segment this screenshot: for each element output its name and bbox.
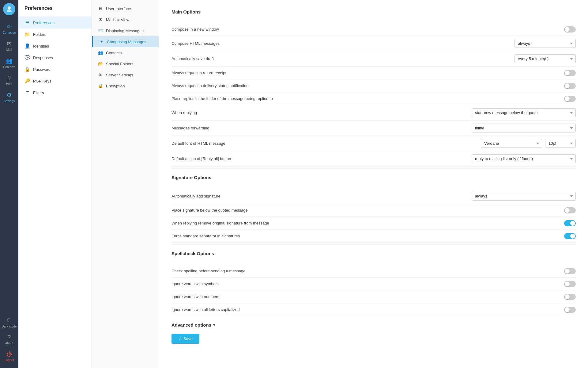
font-size-select[interactable]: 8pt 9pt 10pt 11pt 12pt 14pt 18pt bbox=[545, 139, 576, 148]
settings-icon: ⚙ bbox=[7, 92, 12, 98]
pref-item-identities[interactable]: 👤 Identities bbox=[18, 40, 92, 52]
preferences-list-icon: ☰ bbox=[24, 20, 30, 25]
auto-save-draft-select[interactable]: never every 1 minute(s) every 3 minute(s… bbox=[514, 54, 576, 63]
submenu-item-serversettings[interactable]: 🖧 Server Settings bbox=[92, 69, 159, 80]
preferences-header: Preferences bbox=[18, 0, 92, 17]
main-content: Main Options Compose in a new window Com… bbox=[159, 0, 588, 368]
ignore-symbols-toggle[interactable] bbox=[564, 281, 576, 287]
sig-below-quote-toggle[interactable] bbox=[564, 207, 576, 213]
messages-forwarding-control: inline as attachment bbox=[472, 124, 576, 132]
submenu-item-contacts[interactable]: 👥 Contacts bbox=[92, 47, 159, 58]
messages-forwarding-select[interactable]: inline as attachment bbox=[472, 124, 576, 132]
force-separator-toggle[interactable] bbox=[564, 233, 576, 239]
nav-label-compose: Compose bbox=[3, 31, 16, 34]
nav-item-mail[interactable]: ✉ Mail bbox=[0, 37, 18, 55]
signature-options-title: Signature Options bbox=[172, 175, 576, 182]
compose-new-window-label: Compose in a new window bbox=[172, 27, 564, 32]
messages-forwarding-label: Messages forwarding bbox=[172, 126, 472, 130]
option-reply-all-action: Default action of [Reply all] button rep… bbox=[172, 151, 576, 167]
submenu-label-serversettings: Server Settings bbox=[106, 73, 133, 77]
nav-item-logout[interactable]: ⏻ Logout bbox=[0, 348, 18, 365]
default-font-control: Verdana Arial Times New Roman Courier Ne… bbox=[481, 139, 576, 148]
mail-icon: ✉ bbox=[7, 40, 12, 47]
nav-item-help[interactable]: ? Help bbox=[0, 72, 18, 89]
advanced-options-toggle[interactable]: Advanced options ▾ bbox=[172, 322, 576, 328]
reply-all-action-control: reply to all recipients reply to mailing… bbox=[472, 154, 576, 163]
when-replying-select[interactable]: start new message below the quote start … bbox=[472, 108, 576, 117]
place-replies-label: Place replies in the folder of the messa… bbox=[172, 96, 564, 101]
option-force-separator: Force standard separator in signatures bbox=[172, 230, 576, 243]
about-icon: ? bbox=[8, 334, 11, 341]
pref-label-password: Password bbox=[33, 67, 51, 72]
force-separator-control bbox=[564, 233, 576, 239]
pref-label-preferences: Preferences bbox=[33, 21, 55, 25]
submenu-label-contacts: Contacts bbox=[106, 51, 122, 55]
spell-before-send-control bbox=[564, 268, 576, 274]
option-when-replying: When replying start new message below th… bbox=[172, 105, 576, 121]
nav-label-darkmode: Dark mode bbox=[2, 325, 17, 328]
submenu-item-userinterface[interactable]: 🖥 User Interface bbox=[92, 3, 159, 14]
when-replying-label: When replying bbox=[172, 110, 472, 115]
reply-all-action-label: Default action of [Reply all] button bbox=[172, 156, 472, 161]
submenu-item-composingmessages[interactable]: ✈ Composing Messages bbox=[92, 36, 159, 47]
submenu-item-mailboxview[interactable]: ✉ Mailbox View bbox=[92, 14, 159, 25]
ignore-numbers-label: Ignore words with numbers bbox=[172, 294, 564, 299]
pref-item-responses[interactable]: 💬 Responses bbox=[18, 52, 92, 63]
pref-item-pgpkeys[interactable]: 🔑 PGP Keys bbox=[18, 75, 92, 87]
pref-item-filters[interactable]: ⚗ Filters bbox=[18, 87, 92, 98]
ignore-caps-toggle[interactable] bbox=[564, 307, 576, 313]
nav-label-settings: Settings bbox=[4, 99, 15, 103]
pgpkeys-icon: 🔑 bbox=[24, 78, 30, 84]
chevron-down-icon: ▾ bbox=[213, 323, 215, 327]
pref-item-preferences[interactable]: ☰ Preferences bbox=[18, 17, 92, 29]
svg-point-0 bbox=[8, 6, 11, 10]
compose-new-window-toggle[interactable] bbox=[564, 26, 576, 33]
place-replies-toggle[interactable] bbox=[564, 96, 576, 102]
compose-html-select[interactable]: always never on demand bbox=[514, 39, 576, 48]
help-icon: ? bbox=[8, 75, 11, 81]
option-sig-below-quote: Place signature below the quoted message bbox=[172, 204, 576, 217]
composingmessages-icon: ✈ bbox=[99, 39, 104, 44]
submenu-label-composingmessages: Composing Messages bbox=[107, 40, 146, 44]
ignore-symbols-label: Ignore words with symbols bbox=[172, 282, 564, 286]
pref-label-folders: Folders bbox=[33, 32, 46, 37]
mailboxview-icon: ✉ bbox=[98, 17, 103, 22]
nav-label-help: Help bbox=[6, 82, 13, 86]
nav-item-contacts[interactable]: 👥 Contacts bbox=[0, 55, 18, 72]
specialfolders-icon: 📂 bbox=[98, 61, 103, 66]
save-button[interactable]: ✓ Save bbox=[172, 334, 199, 344]
ignore-numbers-control bbox=[564, 294, 576, 300]
identities-icon: 👤 bbox=[24, 43, 30, 49]
spell-before-send-toggle[interactable] bbox=[564, 268, 576, 274]
return-receipt-toggle[interactable] bbox=[564, 70, 576, 76]
ignore-numbers-toggle[interactable] bbox=[564, 294, 576, 300]
nav-item-about[interactable]: ? About bbox=[0, 331, 18, 348]
option-remove-original-sig: When replying remove original signature … bbox=[172, 217, 576, 230]
auto-save-draft-label: Automatically save draft bbox=[172, 56, 514, 61]
pref-item-password[interactable]: 🔒 Password bbox=[18, 63, 92, 75]
pref-label-identities: Identities bbox=[33, 44, 49, 48]
submenu-item-encryption[interactable]: 🔒 Encryption bbox=[92, 80, 159, 91]
delivery-status-toggle[interactable] bbox=[564, 83, 576, 89]
auto-add-signature-select[interactable]: always never new message only reply/forw… bbox=[472, 192, 576, 201]
nav-item-settings[interactable]: ⚙ Settings bbox=[0, 89, 18, 106]
spellcheck-options-title: Spellcheck Options bbox=[172, 251, 576, 259]
responses-icon: 💬 bbox=[24, 55, 30, 60]
submenu-item-displayingmessages[interactable]: 📨 Displaying Messages bbox=[92, 25, 159, 36]
option-delivery-status: Always request a delivery status notific… bbox=[172, 79, 576, 92]
nav-label-mail: Mail bbox=[6, 48, 12, 52]
when-replying-control: start new message below the quote start … bbox=[472, 108, 576, 117]
reply-all-action-select[interactable]: reply to all recipients reply to mailing… bbox=[472, 154, 576, 163]
nav-item-compose[interactable]: ✏ Compose bbox=[0, 20, 18, 37]
pref-item-folders[interactable]: 📁 Folders bbox=[18, 29, 92, 40]
pref-label-responses: Responses bbox=[33, 56, 53, 60]
contacts-icon: 👥 bbox=[6, 58, 13, 64]
displayingmessages-icon: 📨 bbox=[98, 28, 103, 33]
option-ignore-numbers: Ignore words with numbers bbox=[172, 290, 576, 303]
filters-icon: ⚗ bbox=[24, 90, 30, 95]
remove-original-sig-toggle[interactable] bbox=[564, 220, 576, 226]
delivery-status-control bbox=[564, 83, 576, 89]
nav-item-darkmode[interactable]: ☾ Dark mode bbox=[0, 314, 18, 331]
font-family-select[interactable]: Verdana Arial Times New Roman Courier Ne… bbox=[481, 139, 542, 148]
submenu-item-specialfolders[interactable]: 📂 Special Folders bbox=[92, 58, 159, 69]
